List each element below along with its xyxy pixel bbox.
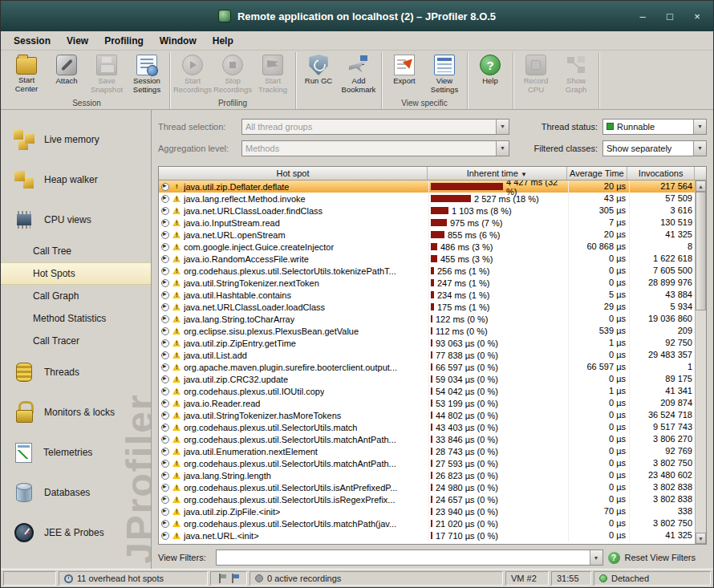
start-center-button[interactable]: Start Center [6,52,47,99]
chevron-down-icon[interactable] [496,141,509,156]
expand-icon[interactable] [161,339,169,347]
expand-icon[interactable] [161,484,169,492]
expand-icon[interactable] [161,255,169,263]
expand-icon[interactable] [161,327,169,335]
start-recordings-button[interactable]: Start Recordings [172,52,213,99]
expand-icon[interactable] [161,532,169,540]
table-row[interactable]: org.codehaus.plexus.util.SelectorUtils.m… [159,517,696,529]
chevron-down-icon[interactable] [590,550,602,565]
sidebar-item-heap-walker[interactable]: Heap walker [1,160,151,200]
expand-icon[interactable] [161,303,169,311]
table-row[interactable]: org.codehaus.plexus.util.SelectorUtils.m… [159,433,696,445]
table-row[interactable]: org.eclipse.sisu.plexus.PlexusBean.getVa… [159,325,696,337]
table-row[interactable]: org.codehaus.plexus.util.SelectorUtils.m… [159,457,696,469]
table-row[interactable]: org.codehaus.plexus.util.SelectorUtils.m… [159,421,696,433]
expand-icon[interactable] [161,472,169,480]
reset-view-filters-button[interactable]: Reset View Filters [625,553,707,562]
table-row[interactable]: org.codehaus.plexus.util.SelectorUtils.i… [159,481,696,493]
expand-icon[interactable] [161,195,169,203]
help-circle-icon[interactable] [608,552,620,564]
aggregation-level-combo[interactable]: Methods [241,140,509,156]
expand-icon[interactable] [161,291,169,299]
sidebar-item-method-statistics[interactable]: Method Statistics [1,307,151,330]
filtered-classes-combo[interactable]: Show separately [602,140,707,156]
table-row[interactable]: java.lang.String.length26 823 µs (0 %)0 … [159,469,696,481]
table-row[interactable]: java.net.URL.<init>17 710 µs (0 %)0 µs41… [159,529,696,541]
expand-icon[interactable] [161,279,169,287]
menu-help[interactable]: Help [205,33,241,49]
expand-icon[interactable] [161,508,169,516]
table-row[interactable]: java.util.zip.ZipFile.<init>23 940 µs (0… [159,505,696,517]
expand-icon[interactable] [161,460,169,468]
menu-profiling[interactable]: Profiling [96,33,152,49]
expand-icon[interactable] [161,351,169,359]
thread-selection-combo[interactable]: All thread groups [241,119,509,135]
column-header-invocations[interactable]: Invocations [627,167,695,180]
expand-icon[interactable] [161,207,169,215]
help-button[interactable]: Help [470,52,510,99]
table-row[interactable]: java.util.StringTokenizer.nextToken247 m… [159,277,696,289]
record-cpu-button[interactable]: Record CPU [516,52,556,99]
status-connection-state[interactable]: Detached [594,571,711,586]
sidebar-item-call-graph[interactable]: Call Graph [1,285,151,307]
status-vm[interactable]: VM #2 [505,571,549,586]
sidebar-item-cpu-views[interactable]: CPU views [1,200,151,240]
expand-icon[interactable] [161,424,169,432]
table-row[interactable]: java.util.List.add77 838 µs (0 %)0 µs29 … [159,349,696,361]
export-button[interactable]: Export [384,52,424,99]
expand-icon[interactable] [161,412,169,420]
table-row[interactable]: java.lang.reflect.Method.invoke2 527 ms … [159,193,696,205]
session-settings-button[interactable]: Session Settings [127,52,167,99]
table-row[interactable]: org.codehaus.plexus.util.SelectorUtils.i… [159,493,696,505]
scroll-up-icon[interactable] [696,180,706,192]
menu-view[interactable]: View [59,33,96,49]
title-bar[interactable]: Remote application on localhost (2) – JP… [1,1,713,31]
table-row[interactable]: java.util.zip.Deflater.deflate4 427 ms (… [159,180,696,193]
sidebar-item-hot-spots[interactable]: Hot Spots [1,262,151,285]
status-bookmarks[interactable] [210,571,247,586]
chevron-down-icon[interactable] [693,141,706,156]
column-header-inherent-time[interactable]: Inherent time [428,167,566,180]
view-settings-button[interactable]: View Settings [424,52,465,99]
table-row[interactable]: com.google.inject.Guice.createInjector48… [159,241,696,253]
start-tracking-button[interactable]: Start Tracking [253,52,293,99]
expand-icon[interactable] [161,448,169,456]
table-row[interactable]: java.util.zip.CRC32.update59 034 µs (0 %… [159,373,696,385]
table-scrollbar[interactable] [695,180,706,544]
add-bookmark-button[interactable]: Add Bookmark [339,52,379,99]
sidebar-item-call-tracer[interactable]: Call Tracer [1,330,151,352]
column-header-hotspot[interactable]: Hot spot [159,167,428,180]
expand-icon[interactable] [161,363,169,371]
save-snapshot-button[interactable]: Save Snapshot [87,52,127,99]
sidebar-item-live-memory[interactable]: Live memory [1,120,151,160]
sidebar-item-jee-probes[interactable]: JEE & Probes [1,513,151,553]
table-row[interactable]: java.util.StringTokenizer.hasMoreTokens4… [159,409,696,421]
table-row[interactable]: java.net.URLClassLoader.loadClass175 ms … [159,301,696,313]
attach-button[interactable]: Attach [47,52,87,99]
table-row[interactable]: org.codehaus.plexus.util.SelectorUtils.t… [159,265,696,277]
table-row[interactable]: java.io.RandomAccessFile.write455 ms (3 … [159,253,696,265]
view-filters-input[interactable] [217,553,590,562]
column-header-average-time[interactable]: Average Time [567,167,628,180]
table-row[interactable]: java.util.zip.ZipEntry.getTime93 063 µs … [159,337,696,349]
stop-recordings-button[interactable]: Stop Recordings [213,52,253,99]
table-row[interactable]: java.util.Hashtable.contains234 ms (1 %)… [159,289,696,301]
sidebar-item-threads[interactable]: Threads [1,352,151,392]
minimize-button[interactable]: – [636,10,649,22]
run-gc-button[interactable]: Run GC [298,52,339,99]
chevron-down-icon[interactable] [496,120,509,134]
sidebar-item-call-tree[interactable]: Call Tree [1,240,151,262]
expand-icon[interactable] [161,315,169,323]
expand-icon[interactable] [161,243,169,251]
table-row[interactable]: java.io.Reader.read53 199 µs (0 %)0 µs20… [159,397,696,409]
expand-icon[interactable] [161,399,169,408]
thread-status-combo[interactable]: Runnable [602,119,707,135]
table-row[interactable]: java.lang.String.toCharArray122 ms (0 %)… [159,313,696,325]
menu-window[interactable]: Window [152,33,205,49]
sidebar-item-telemetries[interactable]: Telemetries [1,432,151,472]
expand-icon[interactable] [161,387,169,395]
table-row[interactable]: org.apache.maven.plugin.surefire.booterc… [159,361,696,373]
scroll-down-icon[interactable] [696,533,706,544]
show-graph-button[interactable]: Show Graph [556,52,596,99]
expand-icon[interactable] [161,496,169,504]
